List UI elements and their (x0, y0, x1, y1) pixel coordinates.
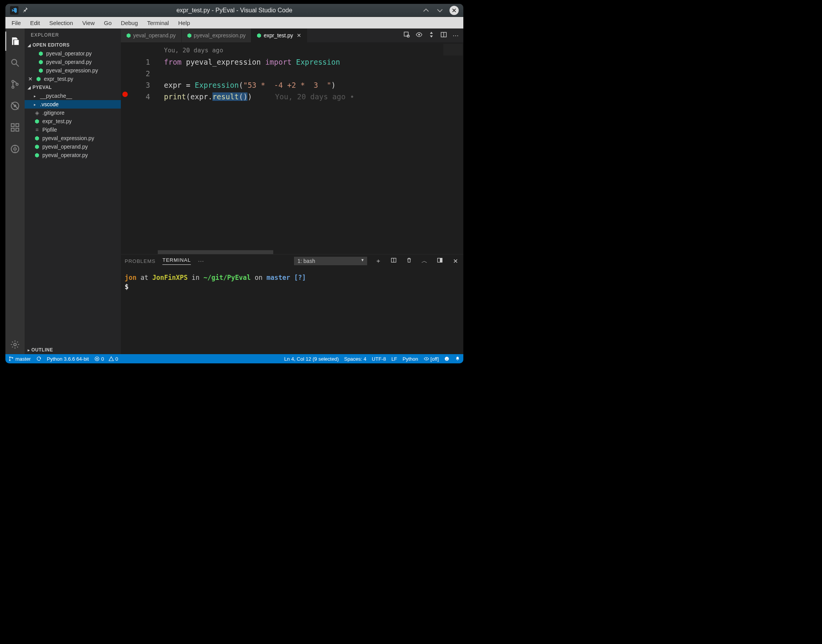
close-button[interactable] (449, 6, 459, 15)
new-terminal-icon[interactable]: ＋ (374, 257, 383, 265)
activity-gitlens-icon[interactable] (5, 139, 25, 159)
explorer-panel: EXPLORER ◢ OPEN EDITORS ⬢pyeval_operator… (25, 28, 121, 354)
close-icon[interactable]: ✕ (297, 32, 301, 38)
editor-area: ⬢yeval_operand.py ⬢pyeval_expression.py … (121, 28, 463, 354)
more-icon[interactable]: ⋯ (198, 258, 204, 265)
close-icon[interactable]: ✕ (28, 76, 33, 82)
chevron-right-icon: ▸ (28, 348, 30, 352)
more-icon[interactable]: ⋯ (453, 32, 459, 39)
close-panel-icon[interactable]: ✕ (451, 258, 459, 265)
panel-tabs: PROBLEMS TERMINAL ⋯ 1: bash ＋ ︿ ✕ (121, 254, 463, 268)
menu-edit[interactable]: Edit (26, 18, 44, 27)
file-gitignore[interactable]: ◈.gitignore (25, 109, 121, 117)
python-icon: ⬢ (257, 32, 261, 38)
python-icon: ⬢ (35, 76, 42, 82)
status-feedback-icon[interactable] (444, 356, 449, 361)
panel-tab-terminal[interactable]: TERMINAL (162, 257, 191, 265)
python-icon: ⬢ (38, 67, 44, 74)
app-window: expr_test.py - PyEval - Visual Studio Co… (5, 4, 463, 363)
outline-header[interactable]: ▸ OUTLINE (25, 346, 121, 354)
code-content[interactable]: from pyeval_expression import Expression… (164, 56, 459, 102)
status-sync-icon[interactable] (36, 356, 42, 361)
tab-expression[interactable]: ⬢pyeval_expression.py (182, 28, 252, 42)
open-editor-item-active[interactable]: ✕⬢expr_test.py (25, 75, 121, 83)
menu-debug[interactable]: Debug (117, 18, 142, 27)
status-problems[interactable]: 0 0 (94, 356, 118, 362)
status-live-preview[interactable]: [off] (424, 356, 439, 362)
activity-settings-icon[interactable] (5, 335, 25, 354)
open-editors-label: OPEN EDITORS (33, 42, 70, 48)
project-header[interactable]: ◢ PYEVAL (25, 83, 121, 92)
svg-rect-9 (16, 124, 19, 127)
preview-icon[interactable] (416, 31, 423, 40)
svg-rect-8 (16, 128, 19, 131)
maximize-button[interactable] (436, 6, 444, 15)
python-icon: ⬢ (126, 32, 131, 38)
split-terminal-icon[interactable] (389, 257, 398, 265)
terminal[interactable]: jon at JonFinXPS in ~/git/PyEval on mast… (121, 268, 463, 354)
status-bell-icon[interactable] (455, 356, 460, 361)
status-cursor[interactable]: Ln 4, Col 12 (9 selected) (284, 356, 339, 362)
python-icon: ⬢ (34, 118, 40, 124)
open-editor-item[interactable]: ⬢pyeval_operator.py (25, 49, 121, 58)
line-numbers: 1 2 3 4 (121, 56, 159, 102)
menu-view[interactable]: View (79, 18, 99, 27)
open-editor-item[interactable]: ⬢pyeval_expression.py (25, 66, 121, 75)
status-bar: master Python 3.6.6 64-bit 0 0 Ln 4, Col… (5, 354, 463, 363)
svg-point-1 (12, 80, 14, 82)
svg-point-2 (12, 86, 14, 88)
window-title: expr_test.py - PyEval - Visual Studio Co… (5, 7, 463, 14)
svg-point-23 (9, 360, 10, 361)
menu-selection[interactable]: Selection (45, 18, 77, 27)
svg-point-11 (14, 148, 17, 151)
file-pipfile[interactable]: ≡Pipfile (25, 125, 121, 134)
kill-terminal-icon[interactable] (405, 257, 413, 265)
activity-search-icon[interactable] (5, 53, 25, 72)
svg-point-29 (447, 358, 448, 358)
chevron-up-icon[interactable]: ︿ (420, 257, 429, 265)
terminal-select[interactable]: 1: bash (294, 257, 367, 265)
svg-rect-7 (11, 128, 14, 131)
split-editor-icon[interactable] (440, 31, 447, 40)
file-expr-test[interactable]: ⬢expr_test.py (25, 117, 121, 125)
status-encoding[interactable]: UTF-8 (372, 356, 386, 362)
activity-extensions-icon[interactable] (5, 118, 25, 137)
status-git-branch[interactable]: master (8, 356, 31, 362)
minimap[interactable] (443, 44, 463, 55)
svg-point-15 (418, 34, 420, 36)
status-language[interactable]: Python (403, 356, 418, 362)
minimize-button[interactable] (422, 6, 430, 15)
activity-scm-icon[interactable] (5, 75, 25, 94)
menu-go[interactable]: Go (100, 18, 115, 27)
status-python[interactable]: Python 3.6.6 64-bit (47, 356, 89, 362)
menu-file[interactable]: File (8, 18, 25, 27)
code-editor[interactable]: You, 20 days ago 1 2 3 4 from pyeval_exp… (121, 42, 463, 254)
svg-point-22 (9, 357, 10, 358)
tab-operand[interactable]: ⬢yeval_operand.py (121, 28, 182, 42)
file-pyeval-expression[interactable]: ⬢pyeval_expression.py (25, 134, 121, 142)
file-pyeval-operator[interactable]: ⬢pyeval_operator.py (25, 151, 121, 159)
codelens[interactable]: You, 20 days ago (164, 45, 223, 56)
file-pyeval-operand[interactable]: ⬢pyeval_operand.py (25, 142, 121, 151)
menu-help[interactable]: Help (174, 18, 194, 27)
explorer-title: EXPLORER (25, 28, 121, 41)
activity-debug-icon[interactable] (5, 96, 25, 115)
folder-vscode[interactable]: ▸.vscode (25, 100, 121, 109)
compare-icon[interactable] (428, 31, 435, 40)
panel-tab-problems[interactable]: PROBLEMS (125, 258, 155, 264)
tab-expr-test[interactable]: ⬢expr_test.py✕ (251, 28, 307, 42)
open-editors-header[interactable]: ◢ OPEN EDITORS (25, 41, 121, 49)
find-in-file-icon[interactable] (403, 31, 410, 40)
activity-explorer-icon[interactable] (5, 32, 25, 51)
tab-bar: ⬢yeval_operand.py ⬢pyeval_expression.py … (121, 28, 463, 42)
pin-icon[interactable] (22, 7, 28, 14)
folder-pycache[interactable]: ▸__pycache__ (25, 92, 121, 100)
menu-terminal[interactable]: Terminal (143, 18, 173, 27)
maximize-panel-icon[interactable] (436, 257, 444, 265)
pipfile-icon: ≡ (34, 127, 40, 133)
python-icon: ⬢ (38, 59, 44, 65)
horizontal-scrollbar[interactable] (158, 250, 273, 254)
open-editor-item[interactable]: ⬢pyeval_operand.py (25, 58, 121, 66)
status-spaces[interactable]: Spaces: 4 (344, 356, 366, 362)
status-eol[interactable]: LF (391, 356, 397, 362)
